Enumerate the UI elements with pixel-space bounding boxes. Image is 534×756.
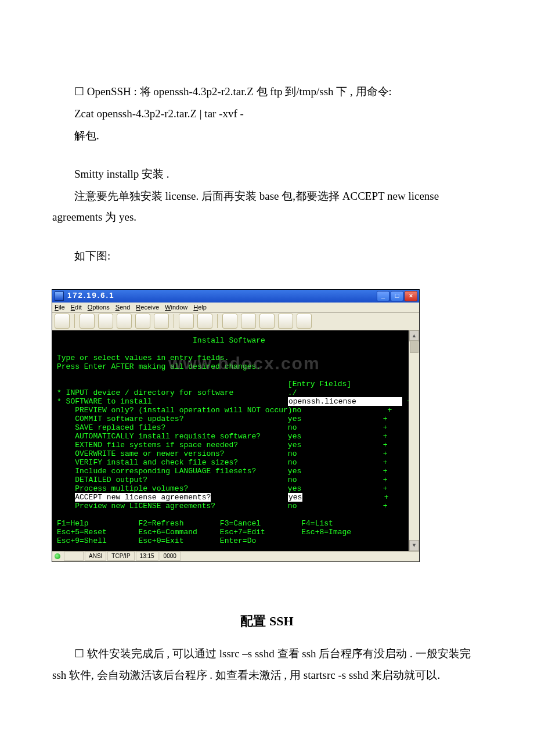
toolbar-icon[interactable]: [278, 314, 293, 329]
status-mode: ANSI: [85, 552, 106, 561]
toolbar-icon[interactable]: [259, 314, 275, 329]
maximize-button[interactable]: □: [391, 291, 403, 301]
menu-send[interactable]: Send: [116, 301, 131, 314]
close-button[interactable]: ×: [405, 291, 417, 301]
para-zcat: Zcat openssh-4.3p2-r2.tar.Z | tar -xvf -: [52, 103, 482, 124]
status-cell: [64, 552, 84, 561]
status-proto: TCP/IP: [107, 552, 134, 561]
toolbar-icon[interactable]: [197, 314, 212, 329]
statusbar: ANSI TCP/IP 13:15 0000: [52, 551, 419, 561]
toolbar-icon[interactable]: [55, 314, 70, 329]
menubar[interactable]: File Edit Options Send Receive Window He…: [52, 303, 419, 313]
toolbar-icon[interactable]: [117, 314, 132, 329]
toolbar-icon[interactable]: [154, 314, 169, 329]
menu-help[interactable]: Help: [193, 301, 207, 314]
toolbar: [52, 313, 419, 330]
toolbar-icon[interactable]: [297, 314, 312, 329]
scroll-down-arrow[interactable]: ▼: [409, 540, 419, 551]
status-time: 13:15: [136, 552, 158, 561]
scroll-thumb[interactable]: [410, 340, 418, 353]
para-openssh-cmd: ☐ OpenSSH : 将 openssh-4.3p2-r2.tar.Z 包 f…: [52, 81, 482, 102]
toolbar-icon[interactable]: [80, 314, 95, 329]
para-after-install: ☐ 软件安装完成后 , 可以通过 lssrc –s sshd 查看 ssh 后台…: [52, 643, 482, 685]
toolbar-icon[interactable]: [135, 314, 150, 329]
para-unpack: 解包.: [52, 125, 482, 146]
menu-options[interactable]: Options: [88, 301, 110, 314]
toolbar-icon[interactable]: [98, 314, 113, 329]
terminal-screen[interactable]: Install Software Type or select values i…: [52, 330, 419, 551]
toolbar-icon[interactable]: [241, 314, 256, 329]
menu-window[interactable]: Window: [165, 301, 187, 314]
window-title: 172.19.6.1: [67, 289, 376, 303]
para-smitty: Smitty installp 安装 .: [52, 164, 482, 185]
toolbar-icon[interactable]: [222, 314, 237, 329]
vertical-scrollbar[interactable]: ▲ ▼: [409, 330, 419, 551]
menu-edit[interactable]: Edit: [71, 301, 82, 314]
para-asbelow: 如下图:: [52, 246, 482, 267]
status-extra: 0000: [160, 552, 181, 561]
app-icon: [55, 291, 64, 301]
menu-file[interactable]: File: [55, 301, 65, 314]
toolbar-icon[interactable]: [179, 314, 194, 329]
menu-receive[interactable]: Receive: [136, 301, 159, 314]
status-led-icon: [55, 553, 60, 559]
terminal-window: 172.19.6.1 _ □ × File Edit Options Send …: [52, 290, 419, 561]
heading-config-ssh: 配置 SSH: [52, 609, 482, 633]
window-titlebar: 172.19.6.1 _ □ ×: [52, 290, 419, 303]
minimize-button[interactable]: _: [377, 291, 389, 301]
para-license-note: 注意要先单独安装 license. 后面再安装 base 包,都要选择 ACCE…: [52, 186, 482, 228]
